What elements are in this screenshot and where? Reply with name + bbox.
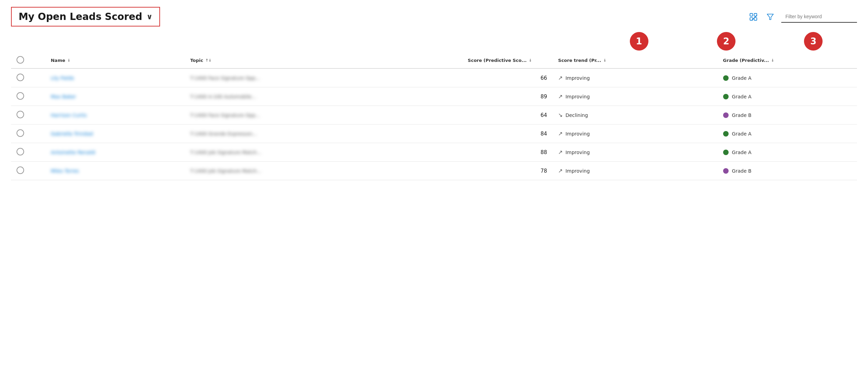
row-5-topic: T-1400 Job Signature Match... xyxy=(185,162,375,180)
trend-sort-icon: ↓ xyxy=(603,58,606,63)
topic-sort-icon: ↑↓ xyxy=(205,58,211,63)
svg-marker-5 xyxy=(767,14,773,20)
chevron-down-icon: ∨ xyxy=(146,12,152,21)
row-4-trend-arrow: ↗ xyxy=(558,149,563,155)
name-sort-icon: ↓ xyxy=(67,58,71,63)
table-row: Lily FieldsT-1400 Face Signature Opp...6… xyxy=(11,68,857,87)
row-5-score: 78 xyxy=(375,162,553,180)
row-3-trend-label: Improving xyxy=(565,131,590,137)
row-0-grade: Grade A xyxy=(718,68,857,87)
filter-icon xyxy=(767,13,774,20)
row-0-trend: ↗Improving xyxy=(553,68,718,87)
row-2-trend: ↘Declining xyxy=(553,106,718,124)
table-row: Harrison CurtisT-1400 Face Signature Opp… xyxy=(11,106,857,124)
row-0-trend-label: Improving xyxy=(565,75,590,81)
col-header-grade[interactable]: Grade (Predictiv... ↓ xyxy=(718,53,857,68)
row-4-checkbox-cell xyxy=(11,143,45,162)
row-4-name[interactable]: Antoinette Renaldi xyxy=(45,143,184,162)
table-row: Antoinette RenaldiT-1400 Job Signature M… xyxy=(11,143,857,162)
badge-2: 2 xyxy=(717,32,735,51)
leads-table: Name ↓ Topic ↑↓ Score (Predictive Sco...… xyxy=(11,53,857,180)
row-2-topic: T-1400 Face Signature Opp... xyxy=(185,106,375,124)
header-actions xyxy=(748,11,857,23)
svg-rect-3 xyxy=(754,18,757,20)
row-1-checkbox[interactable] xyxy=(17,92,24,100)
row-3-topic: T-1400 Grande Expresson... xyxy=(185,124,375,143)
grid-icon xyxy=(750,13,757,21)
score-sort-icon: ↓ xyxy=(529,58,532,63)
page-title-text: My Open Leads Scored xyxy=(19,11,142,22)
row-3-checkbox-cell xyxy=(11,124,45,143)
row-4-score: 88 xyxy=(375,143,553,162)
svg-rect-0 xyxy=(750,13,753,16)
row-5-name[interactable]: Miles Torres xyxy=(45,162,184,180)
row-3-trend: ↗Improving xyxy=(553,124,718,143)
row-0-grade-label: Grade A xyxy=(732,75,752,81)
grade-sort-icon: ↓ xyxy=(771,58,774,63)
row-0-checkbox[interactable] xyxy=(17,74,24,81)
row-2-grade-label: Grade B xyxy=(732,112,752,118)
row-3-score: 84 xyxy=(375,124,553,143)
row-1-topic: T-1400 A-100 Automobile... xyxy=(185,87,375,106)
badge-3: 3 xyxy=(804,32,823,51)
row-0-topic: T-1400 Face Signature Opp... xyxy=(185,68,375,87)
row-5-checkbox[interactable] xyxy=(17,166,24,174)
row-0-checkbox-cell xyxy=(11,68,45,87)
select-all-checkbox[interactable] xyxy=(17,56,24,64)
row-3-checkbox[interactable] xyxy=(17,129,24,137)
row-4-trend-label: Improving xyxy=(565,150,590,155)
title-section: My Open Leads Scored ∨ xyxy=(11,7,160,26)
col-header-trend[interactable]: Score trend (Pr... ↓ xyxy=(553,53,718,68)
row-1-grade-dot xyxy=(723,94,729,99)
table-header-row: Name ↓ Topic ↑↓ Score (Predictive Sco...… xyxy=(11,53,857,68)
row-3-grade: Grade A xyxy=(718,124,857,143)
row-1-name[interactable]: Max Baker xyxy=(45,87,184,106)
row-2-trend-label: Declining xyxy=(565,112,588,118)
table-row: Max BakerT-1400 A-100 Automobile...89↗Im… xyxy=(11,87,857,106)
row-0-trend-arrow: ↗ xyxy=(558,75,563,81)
table-row: Gabriella TrinidadT-1400 Grande Expresso… xyxy=(11,124,857,143)
filter-button[interactable] xyxy=(765,11,776,22)
header: My Open Leads Scored ∨ xyxy=(11,7,857,26)
row-1-trend-label: Improving xyxy=(565,94,590,99)
row-4-grade-label: Grade A xyxy=(732,150,752,155)
row-2-checkbox-cell xyxy=(11,106,45,124)
row-3-grade-dot xyxy=(723,131,729,137)
row-0-score: 66 xyxy=(375,68,553,87)
row-4-trend: ↗Improving xyxy=(553,143,718,162)
row-5-trend: ↗Improving xyxy=(553,162,718,180)
row-5-grade: Grade B xyxy=(718,162,857,180)
row-2-checkbox[interactable] xyxy=(17,111,24,118)
row-1-checkbox-cell xyxy=(11,87,45,106)
grid-settings-button[interactable] xyxy=(748,11,759,23)
row-4-topic: T-1400 Job Signature Match... xyxy=(185,143,375,162)
row-5-grade-label: Grade B xyxy=(732,168,752,174)
table-row: Miles TorresT-1400 Job Signature Match..… xyxy=(11,162,857,180)
row-4-grade: Grade A xyxy=(718,143,857,162)
badges-row: 1 2 3 xyxy=(595,32,857,51)
page-title-button[interactable]: My Open Leads Scored ∨ xyxy=(11,7,160,26)
col-header-topic[interactable]: Topic ↑↓ xyxy=(185,53,375,68)
row-5-trend-arrow: ↗ xyxy=(558,167,563,174)
row-2-name[interactable]: Harrison Curtis xyxy=(45,106,184,124)
row-0-name[interactable]: Lily Fields xyxy=(45,68,184,87)
row-3-grade-label: Grade A xyxy=(732,131,752,137)
row-4-checkbox[interactable] xyxy=(17,148,24,155)
row-2-grade: Grade B xyxy=(718,106,857,124)
col-header-score[interactable]: Score (Predictive Sco... ↓ xyxy=(375,53,553,68)
col-header-name[interactable]: Name ↓ xyxy=(45,53,184,68)
row-5-checkbox-cell xyxy=(11,162,45,180)
row-1-trend: ↗Improving xyxy=(553,87,718,106)
row-2-trend-arrow: ↘ xyxy=(558,112,563,118)
row-2-score: 64 xyxy=(375,106,553,124)
row-5-grade-dot xyxy=(723,168,729,174)
col-header-checkbox xyxy=(11,53,45,68)
row-1-grade-label: Grade A xyxy=(732,94,752,99)
row-1-grade: Grade A xyxy=(718,87,857,106)
row-1-score: 89 xyxy=(375,87,553,106)
keyword-filter-input[interactable] xyxy=(781,11,857,23)
badge-1: 1 xyxy=(630,32,648,51)
row-3-name[interactable]: Gabriella Trinidad xyxy=(45,124,184,143)
row-0-grade-dot xyxy=(723,75,729,81)
page-container: My Open Leads Scored ∨ xyxy=(0,0,868,187)
